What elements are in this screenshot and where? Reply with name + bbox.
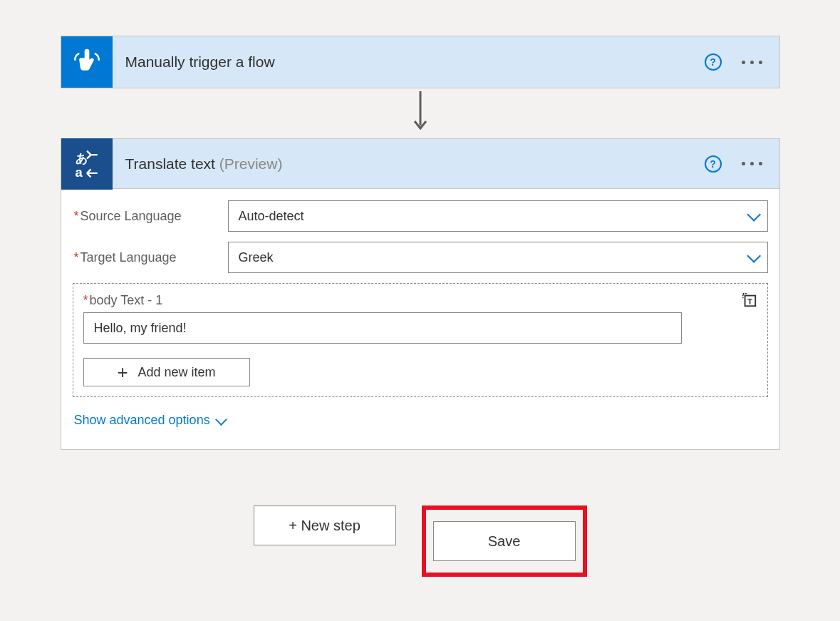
action-title: Translate text (Preview) bbox=[113, 155, 705, 173]
svg-text:T: T bbox=[747, 297, 752, 306]
more-menu-icon[interactable] bbox=[740, 159, 764, 168]
target-language-select[interactable]: Greek bbox=[228, 242, 768, 273]
bottom-actions: + New step Save bbox=[61, 505, 780, 577]
target-language-label: *Target Language bbox=[73, 250, 228, 265]
new-step-label: + New step bbox=[289, 518, 361, 534]
manual-trigger-icon bbox=[61, 36, 113, 88]
help-icon[interactable]: ? bbox=[705, 155, 722, 173]
trigger-title: Manually trigger a flow bbox=[113, 53, 705, 71]
action-header[interactable]: あ a Translate text (Preview) ? bbox=[61, 139, 779, 189]
new-step-button[interactable]: + New step bbox=[254, 505, 396, 545]
show-advanced-options-link[interactable]: Show advanced options bbox=[73, 397, 226, 445]
save-highlight: Save bbox=[422, 505, 587, 577]
trigger-header[interactable]: Manually trigger a flow ? bbox=[61, 36, 779, 88]
preview-badge: (Preview) bbox=[219, 155, 283, 172]
svg-text:a: a bbox=[75, 165, 83, 180]
action-body: *Source Language Auto-detect *Target Lan… bbox=[61, 189, 779, 449]
source-language-value: Auto-detect bbox=[239, 209, 304, 224]
flow-arrow bbox=[61, 88, 780, 138]
trigger-card[interactable]: Manually trigger a flow ? bbox=[61, 36, 780, 88]
body-text-value: Hello, my friend! bbox=[94, 321, 187, 336]
add-item-label: Add new item bbox=[138, 365, 216, 380]
dynamic-content-icon[interactable]: T bbox=[742, 292, 757, 308]
body-text-label: *body Text - 1 bbox=[83, 293, 163, 308]
chevron-down-icon bbox=[747, 249, 761, 263]
action-card: あ a Translate text (Preview) ? *Source L… bbox=[61, 138, 780, 450]
target-language-row: *Target Language Greek bbox=[73, 242, 768, 273]
save-label: Save bbox=[488, 533, 521, 550]
chevron-down-icon bbox=[215, 414, 227, 426]
target-language-value: Greek bbox=[239, 250, 274, 265]
source-language-row: *Source Language Auto-detect bbox=[73, 200, 768, 232]
more-menu-icon[interactable] bbox=[740, 58, 764, 67]
body-text-input[interactable]: Hello, my friend! bbox=[83, 312, 682, 344]
body-text-block: *body Text - 1 T Hello, my friend! + Add… bbox=[73, 283, 768, 397]
add-new-item-button[interactable]: + Add new item bbox=[83, 358, 250, 386]
chevron-down-icon bbox=[747, 207, 761, 222]
advanced-options-label: Show advanced options bbox=[74, 413, 210, 428]
svg-text:あ: あ bbox=[75, 152, 87, 165]
source-language-select[interactable]: Auto-detect bbox=[228, 200, 768, 232]
action-title-text: Translate text bbox=[125, 155, 219, 172]
translate-icon: あ a bbox=[61, 138, 113, 190]
help-icon[interactable]: ? bbox=[705, 53, 722, 71]
plus-icon: + bbox=[117, 363, 128, 381]
save-button[interactable]: Save bbox=[433, 521, 576, 561]
source-language-label: *Source Language bbox=[73, 209, 228, 224]
flow-designer: Manually trigger a flow ? あ a bbox=[61, 36, 780, 577]
